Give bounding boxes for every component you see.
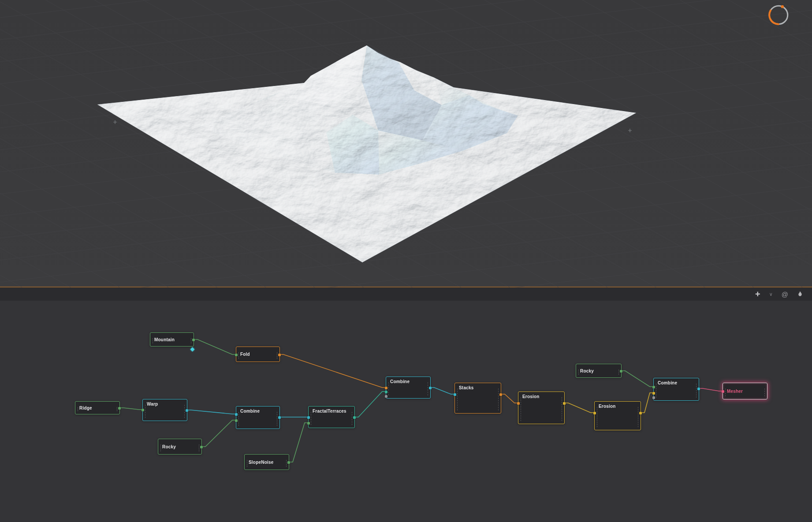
input-port[interactable] xyxy=(385,387,387,389)
node-title: Ridge xyxy=(79,406,92,410)
node-title: FractalTerraces xyxy=(313,409,346,414)
output-port[interactable] xyxy=(278,354,281,356)
input-port[interactable] xyxy=(235,419,238,422)
port-rail xyxy=(184,405,185,418)
port-rail xyxy=(498,388,499,410)
output-port[interactable] xyxy=(192,339,195,341)
node-graph-canvas[interactable]: MountainFoldRidgeWarpRockyCombineSlopeNo… xyxy=(0,301,812,521)
port-rail xyxy=(696,384,697,398)
input-port[interactable] xyxy=(235,354,238,356)
port-rail xyxy=(145,405,145,418)
port-rail xyxy=(311,412,311,425)
node-stacks[interactable]: Stacks xyxy=(454,383,501,414)
node-title: Fold xyxy=(240,352,250,357)
output-port[interactable] xyxy=(287,461,290,464)
port-rail xyxy=(117,407,117,411)
output-port[interactable] xyxy=(499,393,502,396)
port-rail xyxy=(428,382,428,395)
port-rail xyxy=(286,460,287,467)
add-node-icon[interactable]: + xyxy=(755,290,760,298)
output-port[interactable] xyxy=(639,412,642,414)
port-rail xyxy=(457,388,458,410)
input-port[interactable] xyxy=(385,391,387,393)
input-port[interactable] xyxy=(652,386,655,388)
node-title: Warp xyxy=(147,402,158,406)
node-rocky-1[interactable]: Rocky xyxy=(158,439,202,455)
viewport-3d[interactable] xyxy=(0,0,812,287)
port-rail xyxy=(153,338,153,343)
output-port[interactable] xyxy=(353,416,356,419)
node-fractalterraces[interactable]: FractalTerraces xyxy=(308,406,355,428)
node-combine-1[interactable]: Combine xyxy=(236,406,280,429)
output-port[interactable] xyxy=(429,387,432,389)
output-port[interactable] xyxy=(118,407,121,410)
node-title: Rocky xyxy=(580,369,594,373)
axis-marker-left xyxy=(113,120,117,124)
input-port[interactable] xyxy=(593,412,596,414)
port-rail xyxy=(160,444,161,451)
output-port[interactable] xyxy=(620,370,622,373)
input-port[interactable] xyxy=(722,390,724,393)
input-port[interactable] xyxy=(307,422,310,425)
port-rail xyxy=(352,412,352,425)
axis-marker-right xyxy=(628,129,632,132)
node-title: Erosion xyxy=(522,394,540,399)
orbit-compass-icon[interactable] xyxy=(767,4,790,26)
port-rail xyxy=(199,444,199,451)
flame-icon[interactable] xyxy=(797,291,803,297)
node-mesher[interactable]: Mesher xyxy=(723,383,767,399)
node-title: Combine xyxy=(240,409,260,414)
port-rail xyxy=(618,369,619,375)
port-rail xyxy=(238,352,239,359)
node-title: SlopeNoise xyxy=(249,460,273,465)
port-rail xyxy=(597,407,597,427)
port-rail xyxy=(247,460,247,467)
node-slopenoise[interactable]: SlopeNoise xyxy=(244,454,289,470)
node-fold[interactable]: Fold xyxy=(236,347,280,362)
node-title: Erosion xyxy=(599,404,616,409)
output-port[interactable] xyxy=(563,402,566,405)
port-rail xyxy=(238,412,239,426)
input-port[interactable] xyxy=(652,392,655,395)
node-erosion-2[interactable]: Erosion xyxy=(594,401,641,430)
port-rail xyxy=(578,369,579,375)
input-port[interactable] xyxy=(142,409,144,411)
node-title: Mountain xyxy=(154,337,175,342)
input-port[interactable] xyxy=(307,416,310,419)
input-port[interactable] xyxy=(235,413,238,416)
port-rail xyxy=(78,407,78,411)
port-rail xyxy=(562,397,562,421)
node-combine-3[interactable]: Combine xyxy=(653,378,699,401)
terrain-scene xyxy=(0,0,812,287)
node-ridge[interactable]: Ridge xyxy=(75,401,120,414)
node-rocky-2[interactable]: Rocky xyxy=(576,364,622,378)
node-layer: MountainFoldRidgeWarpRockyCombineSlopeNo… xyxy=(0,301,812,521)
port-rail xyxy=(656,384,656,398)
port-rail xyxy=(191,338,191,343)
input-port[interactable] xyxy=(385,395,387,398)
node-title: Combine xyxy=(658,380,677,385)
node-title: Combine xyxy=(390,379,410,384)
port-rail xyxy=(277,412,277,426)
node-title: Mesher xyxy=(727,389,743,394)
node-mountain[interactable]: Mountain xyxy=(150,332,194,347)
port-rail xyxy=(521,397,521,421)
app-window: + ∨ @ MountainFoldRidgeWarpRockyCombineS… xyxy=(0,0,812,521)
node-erosion-1[interactable]: Erosion xyxy=(518,392,565,424)
output-port[interactable] xyxy=(697,388,700,390)
output-port[interactable] xyxy=(278,416,281,419)
input-port[interactable] xyxy=(652,396,655,399)
output-port[interactable] xyxy=(186,409,188,412)
port-rail xyxy=(277,352,277,359)
mention-icon[interactable]: @ xyxy=(782,291,788,298)
graph-toolbar: + ∨ @ xyxy=(0,287,812,301)
input-port[interactable] xyxy=(454,393,456,396)
port-rail xyxy=(764,388,765,396)
node-warp[interactable]: Warp xyxy=(142,399,187,421)
node-combine-2[interactable]: Combine xyxy=(386,377,431,399)
output-port[interactable] xyxy=(200,446,203,448)
node-title: Stacks xyxy=(459,385,473,390)
input-port[interactable] xyxy=(517,402,520,405)
chevron-down-icon[interactable]: ∨ xyxy=(769,292,773,297)
port-rail xyxy=(725,388,726,396)
